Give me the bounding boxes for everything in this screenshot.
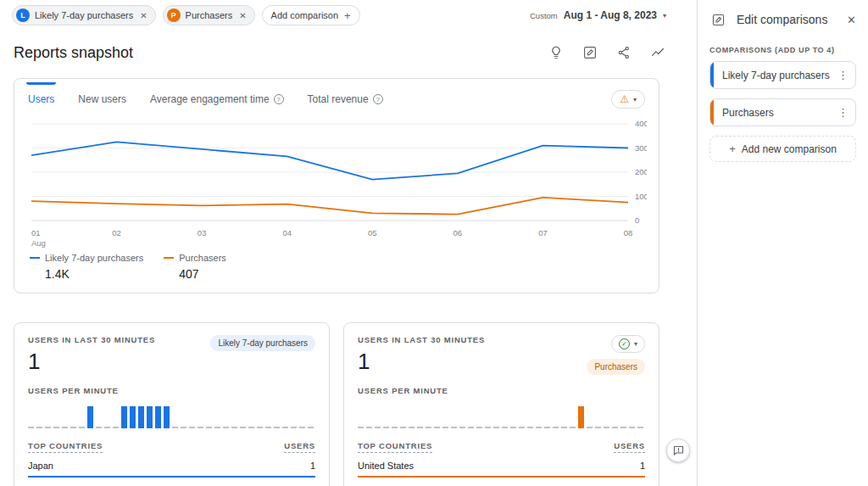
country-name: United States	[358, 461, 414, 471]
info-icon: ?	[373, 94, 383, 104]
page-header: Reports snapshot	[0, 31, 697, 75]
country-users: 1	[640, 461, 645, 471]
users-per-minute-label: USERS PER MINUTE	[358, 386, 645, 395]
share-icon[interactable]	[615, 44, 632, 61]
svg-text:01: 01	[31, 228, 41, 237]
legend-item: Purchasers 407	[164, 253, 226, 281]
comparison-item-label: Purchasers	[722, 107, 831, 119]
legend-item: Likely 7-day purchasers 1.4K	[30, 253, 143, 281]
close-icon[interactable]: ✕	[140, 11, 147, 20]
tab-users[interactable]: Users	[28, 93, 54, 105]
add-comparison-label: Add comparison	[271, 10, 339, 20]
add-new-comparison-label: Add new comparison	[742, 143, 837, 155]
chevron-down-icon: ▾	[663, 12, 666, 20]
chart-legend: Likely 7-day purchasers 1.4K Purchasers …	[28, 253, 645, 281]
tab-total-revenue[interactable]: Total revenue ?	[308, 93, 383, 105]
add-comparison-button[interactable]: Add comparison +	[262, 5, 360, 25]
users-per-minute-chart	[28, 405, 315, 428]
svg-text:05: 05	[368, 228, 377, 237]
svg-text:Aug: Aug	[31, 238, 46, 248]
date-range-value: Aug 1 - Aug 8, 2023	[564, 9, 657, 21]
insights-lightbulb-icon[interactable]	[548, 44, 565, 61]
date-range-type: Custom	[530, 11, 558, 20]
realtime-card-purchasers: USERS IN LAST 30 MINUTES 1 ✓ ▾ Purchaser…	[343, 322, 659, 486]
panel-header: Edit comparisons ✕	[698, 0, 868, 39]
svg-text:300: 300	[635, 143, 647, 153]
svg-text:04: 04	[282, 228, 292, 237]
svg-text:07: 07	[538, 228, 548, 237]
legend-line-swatch	[164, 257, 174, 259]
info-icon: ?	[274, 94, 284, 104]
close-icon[interactable]: ✕	[239, 11, 246, 20]
data-quality-ok-button[interactable]: ✓ ▾	[611, 335, 645, 353]
panel-title: Edit comparisons	[737, 13, 837, 26]
main-area: L Likely 7-day purchasers ✕ P Purchasers…	[0, 0, 697, 486]
legend-total: 407	[179, 267, 226, 281]
plus-icon: +	[729, 142, 736, 155]
country-name: Japan	[28, 461, 53, 471]
comparison-chip-label: Purchasers	[186, 10, 233, 20]
add-new-comparison-button[interactable]: + Add new comparison	[709, 136, 856, 162]
tab-average-engagement-time[interactable]: Average engagement time ?	[150, 93, 284, 105]
svg-text:200: 200	[635, 167, 647, 176]
svg-text:0: 0	[635, 215, 639, 225]
svg-text:08: 08	[624, 228, 633, 237]
check-circle-icon: ✓	[619, 338, 630, 349]
users-per-minute-label: USERS PER MINUTE	[28, 386, 315, 395]
comparisons-section-label: COMPARISONS (ADD UP TO 4)	[698, 39, 868, 61]
close-icon[interactable]: ✕	[847, 14, 856, 26]
users-per-minute-chart	[358, 405, 645, 428]
country-users: 1	[310, 461, 315, 471]
users-line-chart: 010020030040001Aug02030405060708	[28, 117, 647, 251]
insights-trend-icon[interactable]	[649, 44, 666, 61]
svg-text:400: 400	[635, 119, 647, 128]
plus-icon: +	[344, 9, 351, 22]
legend-label: Likely 7-day purchasers	[45, 253, 143, 263]
metrics-chart-card: Users New users Average engagement time …	[14, 78, 659, 293]
legend-line-swatch	[30, 257, 40, 259]
customize-report-icon[interactable]	[581, 44, 598, 61]
comparison-chips: L Likely 7-day purchasers ✕ P Purchasers…	[12, 5, 360, 25]
realtime-cards: USERS IN LAST 30 MINUTES 1 Likely 7-day …	[14, 322, 659, 486]
feedback-button[interactable]	[666, 439, 690, 462]
chevron-down-icon: ▾	[633, 96, 637, 103]
comparison-item-label: Likely 7-day purchasers	[722, 70, 831, 81]
edit-comparisons-icon	[709, 11, 726, 28]
users-30min-label: USERS IN LAST 30 MINUTES	[28, 335, 155, 344]
table-row[interactable]: Japan 1	[28, 453, 315, 478]
top-countries-header: TOP COUNTRIES	[28, 441, 103, 453]
more-options-icon[interactable]: ⋮	[831, 69, 855, 81]
edit-comparisons-panel: Edit comparisons ✕ COMPARISONS (ADD UP T…	[697, 0, 868, 486]
metric-tabs: Users New users Average engagement time …	[28, 79, 645, 109]
comparison-color-accent	[710, 62, 714, 88]
svg-text:02: 02	[112, 228, 121, 237]
comparison-letter-badge: P	[167, 8, 181, 22]
comparison-chip-purchasers[interactable]: P Purchasers ✕	[163, 5, 255, 25]
users-30min-value: 1	[28, 349, 155, 375]
users-30min-label: USERS IN LAST 30 MINUTES	[358, 335, 485, 344]
comparison-chip-label: Likely 7-day purchasers	[35, 10, 133, 20]
comparison-chip-likely-7-day-purchasers[interactable]: L Likely 7-day purchasers ✕	[12, 5, 156, 25]
data-quality-warning-button[interactable]: ⚠ ▾	[611, 90, 645, 109]
legend-label: Purchasers	[179, 253, 226, 263]
more-options-icon[interactable]: ⋮	[831, 106, 855, 119]
users-30min-value: 1	[358, 349, 485, 375]
top-countries-header: TOP COUNTRIES	[358, 441, 432, 453]
date-range-picker[interactable]: Custom Aug 1 - Aug 8, 2023 ▾	[530, 9, 666, 21]
analytics-app: L Likely 7-day purchasers ✕ P Purchasers…	[0, 0, 868, 486]
svg-text:100: 100	[635, 192, 647, 201]
comparison-item-likely-7-day-purchasers[interactable]: Likely 7-day purchasers ⋮	[709, 61, 856, 89]
tab-new-users[interactable]: New users	[78, 93, 126, 105]
comparison-letter-badge: L	[16, 8, 30, 22]
feedback-chat-icon	[672, 444, 685, 457]
page-title: Reports snapshot	[14, 44, 133, 62]
table-row[interactable]: United States 1	[358, 453, 645, 478]
comparison-badge: Likely 7-day purchasers	[210, 335, 315, 351]
comparison-item-purchasers[interactable]: Purchasers ⋮	[709, 98, 856, 126]
chevron-down-icon: ▾	[634, 340, 637, 348]
header-actions	[548, 44, 666, 61]
svg-text:06: 06	[453, 228, 463, 237]
report-content: Users New users Average engagement time …	[14, 78, 659, 486]
users-column-header: USERS	[614, 441, 645, 453]
realtime-card-likely-7-day-purchasers: USERS IN LAST 30 MINUTES 1 Likely 7-day …	[14, 322, 330, 486]
